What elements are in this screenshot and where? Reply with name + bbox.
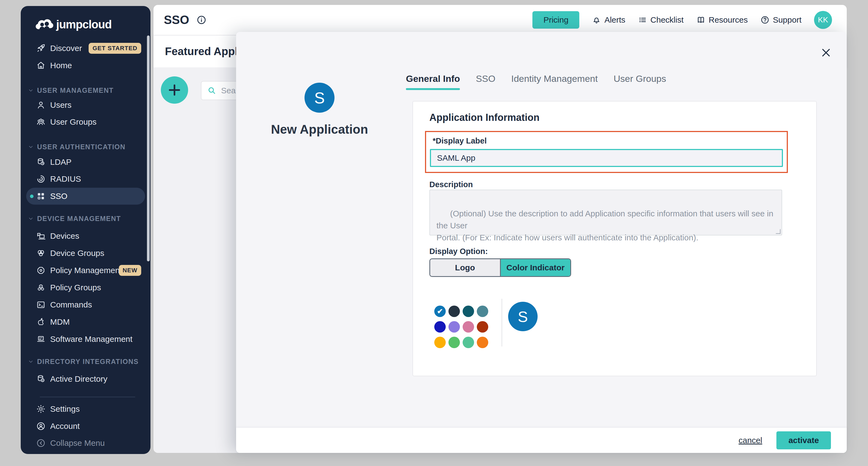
color-swatch[interactable] [463,305,474,317]
sidebar-item-commands[interactable]: Commands [21,296,151,313]
tab-user-groups[interactable]: User Groups [614,74,666,90]
display-label: *Display Label [433,137,487,145]
checklist-icon [638,15,647,25]
sidebar-item-users[interactable]: Users [21,96,151,114]
display-label-input[interactable] [430,149,783,167]
sidebar-scrollbar[interactable] [147,35,150,261]
sidebar-item-label: Collapse Menu [50,438,105,448]
color-swatch[interactable] [434,321,446,332]
activate-button[interactable]: activate [776,431,831,449]
tab-sso[interactable]: SSO [476,74,495,90]
logo-wordmark: jumpcloud [56,18,112,31]
section-title: DEVICE MANAGEMENT [37,215,121,223]
home-icon [36,61,46,70]
add-application-button[interactable] [161,77,188,104]
active-directory-icon [36,374,46,384]
sidebar-divider [40,397,135,397]
section-user-management[interactable]: USER MANAGEMENT [21,85,151,96]
support-button[interactable]: Support [760,15,802,25]
description-textarea[interactable]: (Optional) Use the description to add Ap… [429,190,782,235]
sidebar-item-user-groups[interactable]: User Groups [21,114,151,130]
sidebar-item-sso[interactable]: SSO [21,188,151,205]
resources-label: Resources [709,15,748,25]
tab-identity-management[interactable]: Identity Management [511,74,598,90]
sidebar-item-mdm[interactable]: MDM [21,314,151,330]
color-swatch[interactable] [477,337,488,348]
application-information-card: Application Information *Display Label D… [412,101,817,376]
color-swatch[interactable] [463,337,474,348]
section-user-authentication[interactable]: USER AUTHENTICATION [21,141,151,152]
sso-grid-icon [36,191,46,201]
chevron-down-icon [28,215,34,222]
sidebar-item-account[interactable]: Account [21,418,151,435]
color-preview-avatar: S [508,302,537,331]
cancel-button[interactable]: cancel [739,436,762,445]
color-swatch[interactable] [477,305,488,317]
jumpcloud-logo: jumpcloud [35,18,112,31]
sidebar-item-label: Active Directory [50,374,107,384]
alerts-label: Alerts [604,15,625,25]
alerts-button[interactable]: Alerts [592,15,625,25]
new-application-drawer: S New Application General Info SSO Ident… [236,32,847,453]
resize-handle[interactable] [776,229,780,234]
section-directory-integrations[interactable]: DIRECTORY INTEGRATIONS [21,356,151,367]
plus-icon [166,82,183,98]
color-indicator-segment-button[interactable]: Color Indicator [501,259,570,276]
rocket-icon [36,43,46,53]
info-icon[interactable] [196,15,207,25]
color-swatch[interactable] [434,337,446,348]
color-swatch[interactable] [463,321,474,332]
user-avatar[interactable]: KK [814,11,832,29]
software-management-icon [36,334,46,344]
drawer-footer: cancel activate [236,428,847,453]
chevron-down-icon [28,144,34,150]
resources-button[interactable]: Resources [696,15,748,25]
color-swatch[interactable]: ✔ [434,305,446,317]
apple-mdm-icon [36,317,46,327]
sidebar-item-devices[interactable]: Devices [21,228,151,244]
sidebar-item-settings[interactable]: Settings [21,401,151,417]
search-icon [207,86,217,95]
sidebar-item-label: Home [50,61,72,70]
section-title: DIRECTORY INTEGRATIONS [37,358,138,366]
sidebar-item-device-groups[interactable]: Device Groups [21,245,151,262]
checklist-label: Checklist [650,15,684,25]
check-icon: ✔ [437,307,443,316]
color-swatch[interactable] [477,321,488,332]
sidebar-item-label: Policy Groups [50,283,101,292]
sidebar-item-policy-management[interactable]: Policy Management NEW [21,262,151,279]
color-swatch[interactable] [448,305,460,317]
cloud-logo-icon [35,18,54,31]
sidebar-item-active-directory[interactable]: Active Directory [21,371,151,387]
display-label-highlight-box: *Display Label [425,131,788,173]
support-label: Support [773,15,802,25]
sidebar-item-software-management[interactable]: Software Management [21,331,151,348]
color-swatch[interactable] [448,321,460,332]
swatch-preview-divider [502,299,502,347]
collapse-arrow-icon [36,438,46,448]
section-device-management[interactable]: DEVICE MANAGEMENT [21,213,151,224]
sidebar-item-label: Software Management [50,334,132,344]
sidebar-item-label: Commands [50,300,92,310]
sidebar-item-ldap[interactable]: LDAP [21,154,151,171]
sidebar-item-label: Device Groups [50,249,104,258]
logo-segment-button[interactable]: Logo [430,259,501,276]
sidebar-item-collapse-menu[interactable]: Collapse Menu [21,435,151,452]
sidebar-item-label: RADIUS [50,174,81,184]
chevron-down-icon [28,358,34,365]
sidebar-item-policy-groups[interactable]: Policy Groups [21,279,151,296]
policy-management-icon [36,265,46,275]
sidebar-item-discover[interactable]: Discover GET STARTED [21,40,151,57]
tab-general-info[interactable]: General Info [406,74,460,90]
sidebar-item-label: Users [50,100,71,110]
policy-groups-icon [36,283,46,292]
checklist-button[interactable]: Checklist [638,15,684,25]
sidebar-item-home[interactable]: Home [21,57,151,74]
pricing-button[interactable]: Pricing [532,11,579,29]
color-swatch[interactable] [448,337,460,348]
close-icon[interactable] [819,46,833,59]
user-groups-icon [36,117,46,127]
application-name: New Application [257,122,382,137]
sidebar-item-radius[interactable]: RADIUS [21,171,151,187]
page-title: SSO [164,13,189,27]
